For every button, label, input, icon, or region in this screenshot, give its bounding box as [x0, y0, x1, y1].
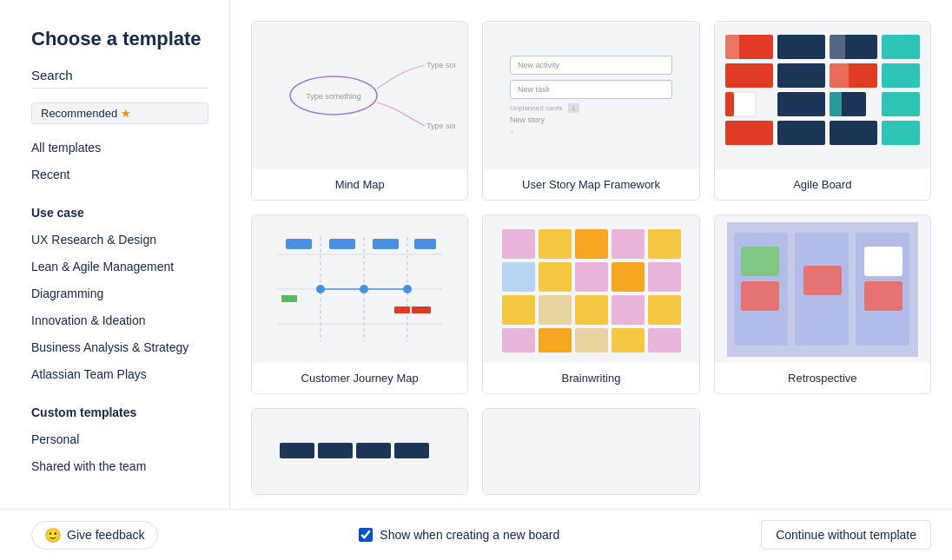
svg-rect-40 — [412, 306, 431, 313]
svg-text:Type something: Type something — [426, 122, 455, 130]
give-feedback-button[interactable]: 🙂 Give feedback — [31, 521, 158, 550]
svg-rect-34 — [414, 239, 436, 249]
svg-rect-52 — [539, 295, 572, 325]
svg-rect-11 — [777, 63, 825, 88]
svg-text:Type something: Type something — [306, 92, 361, 101]
template-card-user-story[interactable]: New activity New task Unplanned cards 1 … — [482, 21, 699, 201]
recommended-label: Recommended — [41, 107, 117, 120]
sidebar-item-personal[interactable]: Personal — [31, 426, 208, 453]
template-card-mind-map[interactable]: Type something Type something Type somet… — [251, 21, 468, 201]
search-label: Search — [31, 68, 208, 82]
svg-rect-31 — [286, 239, 312, 249]
template-card-journey[interactable]: Customer Journey Map — [251, 214, 468, 394]
sidebar-item-business[interactable]: Business Analysis & Strategy — [31, 334, 208, 361]
svg-text:Type something: Type something — [426, 61, 455, 69]
sidebar: Choose a template Search Recommended ★ A… — [0, 0, 230, 509]
svg-rect-45 — [648, 229, 681, 259]
sidebar-item-all-templates[interactable]: All templates — [31, 135, 208, 161]
svg-rect-72 — [356, 443, 391, 458]
mind-map-preview: Type something Type something Type somet… — [252, 22, 467, 169]
agile-preview — [715, 22, 930, 169]
svg-rect-65 — [741, 247, 779, 276]
svg-rect-70 — [280, 443, 314, 458]
sidebar-item-recent[interactable]: Recent — [31, 161, 208, 188]
svg-rect-53 — [575, 295, 608, 325]
svg-rect-14 — [882, 63, 920, 88]
svg-rect-49 — [612, 262, 645, 292]
show-when-creating-checkbox-label[interactable]: Show when creating a new board — [359, 528, 559, 542]
template-card-agile[interactable]: Agile Board — [714, 21, 931, 201]
svg-rect-17 — [777, 92, 825, 116]
brainwriting-svg — [495, 222, 686, 357]
star-icon: ★ — [121, 107, 131, 120]
retro-preview — [715, 215, 930, 363]
svg-rect-43 — [575, 229, 608, 259]
agile-svg — [718, 26, 927, 165]
modal-footer: 🙂 Give feedback Show when creating a new… — [0, 509, 952, 560]
svg-rect-6 — [777, 35, 825, 59]
svg-rect-55 — [648, 295, 681, 325]
template-card-brainwriting[interactable]: Brainwriting — [482, 214, 699, 394]
sidebar-item-atlassian[interactable]: Atlassian Team Plays — [31, 361, 208, 388]
svg-rect-47 — [539, 262, 572, 292]
retro-label: Retrospective — [715, 363, 930, 393]
svg-rect-42 — [539, 229, 572, 259]
svg-rect-69 — [864, 281, 902, 311]
svg-rect-5 — [725, 35, 739, 59]
svg-rect-54 — [612, 295, 645, 325]
checkbox-text: Show when creating a new board — [380, 528, 559, 542]
svg-rect-39 — [394, 306, 410, 313]
svg-rect-44 — [612, 229, 645, 259]
templates-grid: Type something Type something Type somet… — [251, 21, 931, 509]
svg-rect-38 — [281, 295, 297, 302]
journey-label: Customer Journey Map — [252, 363, 467, 393]
partial-preview-2 — [483, 409, 698, 494]
search-divider — [31, 88, 208, 89]
svg-rect-51 — [502, 295, 535, 325]
main-content: Type something Type something Type somet… — [230, 0, 952, 509]
svg-rect-68 — [864, 247, 902, 276]
mind-map-svg: Type something Type something Type somet… — [264, 26, 455, 165]
modal-body: Choose a template Search Recommended ★ A… — [0, 0, 952, 509]
journey-svg — [260, 220, 459, 359]
continue-without-template-button[interactable]: Continue without template — [761, 520, 931, 550]
svg-rect-59 — [612, 328, 645, 352]
template-card-partial-1[interactable] — [251, 408, 468, 495]
agile-label: Agile Board — [715, 169, 930, 200]
sidebar-item-shared[interactable]: Shared with the team — [31, 453, 208, 480]
recommended-filter-button[interactable]: Recommended ★ — [31, 102, 208, 124]
svg-rect-57 — [539, 328, 572, 352]
svg-rect-60 — [648, 328, 681, 352]
mind-map-label: Mind Map — [252, 169, 467, 200]
template-card-retro[interactable]: Retrospective — [714, 214, 931, 394]
svg-rect-19 — [830, 92, 842, 116]
brainwriting-preview — [483, 215, 698, 363]
svg-rect-13 — [830, 63, 849, 88]
partial-preview-1 — [252, 409, 467, 494]
sidebar-item-lean-agile[interactable]: Lean & Agile Management — [31, 254, 208, 280]
svg-rect-8 — [830, 35, 845, 59]
sidebar-item-diagramming[interactable]: Diagramming — [31, 280, 208, 307]
template-card-partial-2[interactable] — [482, 408, 699, 495]
journey-preview — [252, 215, 467, 363]
svg-rect-41 — [502, 229, 535, 259]
svg-rect-20 — [882, 92, 920, 116]
user-story-preview: New activity New task Unplanned cards 1 … — [483, 22, 698, 169]
svg-rect-71 — [318, 443, 353, 458]
svg-rect-56 — [502, 328, 535, 352]
svg-rect-50 — [648, 262, 681, 292]
user-story-label: User Story Map Framework — [483, 169, 698, 200]
use-case-section-title: Use case — [31, 206, 208, 220]
sidebar-item-innovation[interactable]: Innovation & Ideation — [31, 307, 208, 334]
svg-rect-48 — [575, 262, 608, 292]
sidebar-item-ux[interactable]: UX Research & Design — [31, 227, 208, 254]
svg-rect-24 — [882, 121, 920, 145]
svg-rect-58 — [575, 328, 608, 352]
svg-rect-9 — [882, 35, 920, 59]
footer-left: 🙂 Give feedback — [31, 521, 158, 550]
svg-rect-22 — [777, 121, 825, 145]
show-when-creating-checkbox[interactable] — [359, 528, 373, 542]
svg-rect-46 — [502, 262, 535, 292]
svg-rect-21 — [725, 121, 773, 145]
svg-rect-23 — [830, 121, 877, 145]
